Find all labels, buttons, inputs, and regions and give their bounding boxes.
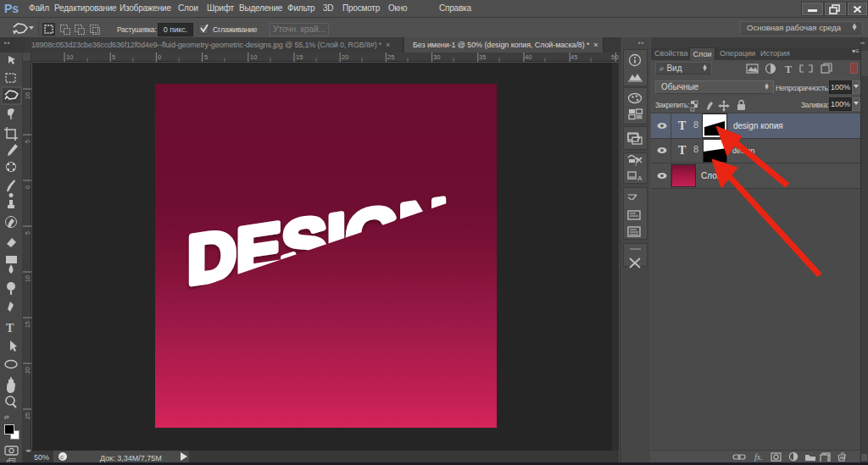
svg-text:20: 20 [25,367,31,374]
svg-text:10: 10 [250,53,257,61]
svg-text:5: 5 [25,231,31,235]
svg-text:T: T [6,322,14,335]
svg-text:5: 5 [112,53,115,61]
svg-text:50: 50 [611,53,618,61]
svg-text:25: 25 [25,412,31,419]
svg-text:5: 5 [204,53,208,61]
svg-text:5: 5 [25,140,31,143]
svg-text:0: 0 [158,53,161,61]
svg-text:45: 45 [570,53,577,61]
svg-text:30: 30 [433,53,440,61]
svg-text:fx.: fx. [754,452,763,462]
svg-text:35: 35 [479,53,486,61]
svg-text:ƒ: ƒ [635,159,638,166]
svg-text:10: 10 [25,275,31,282]
svg-text:15: 15 [25,321,31,328]
svg-text:A: A [637,174,643,182]
svg-text:0: 0 [25,185,31,189]
svg-text:T: T [785,64,792,75]
svg-text:40: 40 [525,53,531,61]
svg-text:20: 20 [342,53,348,61]
svg-text:10: 10 [25,92,31,99]
svg-text:15: 15 [296,53,303,61]
svg-text:25: 25 [387,53,394,61]
svg-text:10: 10 [66,53,73,61]
